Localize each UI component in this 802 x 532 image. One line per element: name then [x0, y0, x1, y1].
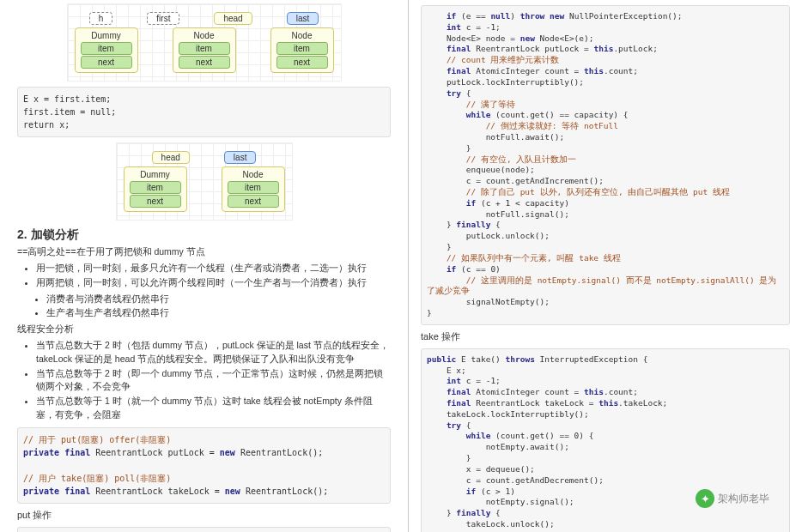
node-dummy: Dummyitemnext	[75, 27, 138, 73]
wechat-icon: ✦	[696, 489, 714, 508]
diagram-2: headlast DummyitemnextNodeitemnext	[17, 142, 391, 221]
pointer-first: first	[147, 12, 179, 25]
safety-title: 线程安全分析	[17, 323, 391, 336]
bullets-safety: 当节点总数大于 2 时（包括 dummy 节点），putLock 保证的是 la…	[17, 339, 391, 422]
left-column: hfirstheadlast DummyitemnextNodeitemnext…	[0, 0, 409, 532]
sub-bullets: 消费者与消费者线程仍然串行生产者与生产者线程仍然串行	[27, 293, 391, 321]
bullets-lock: 用一把锁，同一时刻，最多只允许有一个线程（生产者或消费者，二选一）执行用两把锁，…	[17, 262, 391, 290]
list-item: 当节点总数大于 2 时（包括 dummy 节点），putLock 保证的是 la…	[36, 339, 391, 366]
list-item: 生产者与生产者线程仍然串行	[46, 306, 391, 320]
code-block-2: // 用于 put(阻塞) offer(非阻塞) private final R…	[17, 427, 391, 504]
right-column: if (e == null) throw new NullPointerExce…	[409, 0, 802, 532]
pointer-h: h	[89, 12, 113, 25]
code-block-1: E x = first.item; first.item = null; ret…	[17, 87, 391, 137]
list-item: 当节点总数等于 1 时（就一个 dummy 节点）这时 take 线程会被 no…	[36, 395, 391, 422]
pointer-head: head	[214, 12, 252, 25]
list-item: 用一把锁，同一时刻，最多只允许有一个线程（生产者或消费者，二选一）执行	[36, 262, 391, 275]
list-item: 消费者与消费者线程仍然串行	[46, 293, 391, 306]
node-node: Nodeitemnext	[173, 27, 236, 73]
pointer-head: head	[152, 151, 190, 164]
node-dummy: Dummyitemnext	[124, 166, 187, 212]
take-label: take 操作	[421, 330, 790, 343]
node-node: Nodeitemnext	[270, 27, 334, 73]
watermark: ✦ 架构师老毕	[696, 489, 769, 508]
pointer-last: last	[287, 12, 319, 25]
pointer-last: last	[224, 151, 257, 164]
section-2-title: 2. 加锁分析	[17, 227, 391, 243]
code-block-3: public void public void put(E e) throws …	[17, 527, 391, 533]
section-2-intro: ==高明之处==在于用了两把锁和 dummy 节点	[17, 246, 391, 258]
list-item: 用两把锁，同一时刻，可以允许两个线程同时（一个生产者与一个消费者）执行	[36, 276, 391, 290]
code-put-body: if (e == null) throw new NullPointerExce…	[421, 5, 790, 325]
list-item: 当节点总数等于 2 时（即一个 dummy 节点，一个正常节点）这时候，仍然是两…	[36, 367, 391, 395]
put-label: put 操作	[17, 509, 391, 522]
diagram-1: hfirstheadlast DummyitemnextNodeitemnext…	[17, 3, 391, 82]
node-node: Nodeitemnext	[222, 166, 285, 212]
